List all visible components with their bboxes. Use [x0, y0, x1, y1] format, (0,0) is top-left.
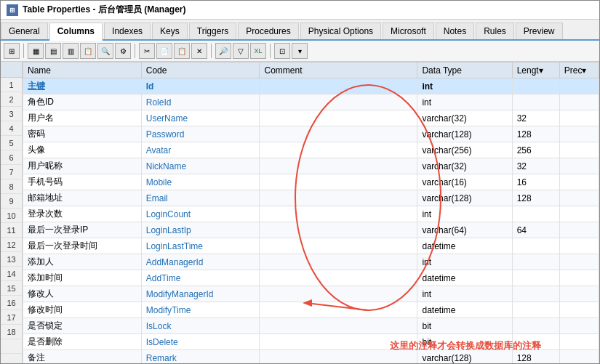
- cell-comment[interactable]: [260, 78, 417, 94]
- tab-preview[interactable]: Preview: [516, 23, 563, 39]
- toolbar-btn-search[interactable]: 🔎: [215, 43, 231, 59]
- toolbar-btn-1[interactable]: ⊞: [4, 43, 20, 59]
- cell-code[interactable]: Mobile: [141, 174, 260, 190]
- table-row[interactable]: 最后一次登录时间 LoginLastTime datetime: [23, 238, 599, 254]
- cell-name[interactable]: 修改人: [23, 286, 142, 302]
- cell-code[interactable]: Remark: [141, 350, 260, 364]
- table-row[interactable]: 密码 Password varchar(128) 128: [23, 126, 599, 142]
- cell-name[interactable]: 邮箱地址: [23, 190, 142, 206]
- table-row[interactable]: 修改人 ModifyManagerId int: [23, 286, 599, 302]
- cell-name[interactable]: 最后一次登录时间: [23, 238, 142, 254]
- cell-comment[interactable]: [260, 142, 417, 158]
- cell-code[interactable]: AddTime: [141, 270, 260, 286]
- toolbar-btn-7[interactable]: ⚙: [115, 43, 131, 59]
- cell-name[interactable]: 手机号码: [23, 174, 142, 190]
- cell-name[interactable]: 是否锁定: [23, 318, 142, 334]
- cell-code[interactable]: IsLock: [141, 318, 260, 334]
- cell-code[interactable]: LoginCount: [141, 206, 260, 222]
- cell-name[interactable]: 密码: [23, 126, 142, 142]
- cell-comment[interactable]: [260, 254, 417, 270]
- cell-name[interactable]: 添加时间: [23, 270, 142, 286]
- cell-code[interactable]: Avatar: [141, 142, 260, 158]
- cell-comment[interactable]: [260, 190, 417, 206]
- cell-name[interactable]: 主键: [23, 78, 142, 94]
- row-num-10: 10: [1, 209, 22, 223]
- tab-procedures[interactable]: Procedures: [238, 23, 298, 39]
- cell-code[interactable]: LoginLastIp: [141, 222, 260, 238]
- table-row[interactable]: 手机号码 Mobile varchar(16) 16: [23, 174, 599, 190]
- cell-comment[interactable]: [260, 206, 417, 222]
- toolbar-btn-copy[interactable]: 📄: [156, 43, 172, 59]
- cell-name[interactable]: 是否删除: [23, 334, 142, 350]
- cell-comment[interactable]: [260, 302, 417, 318]
- data-table: Name Code Comment Data Type Lengt▾ Prec▾…: [23, 62, 599, 363]
- cell-name[interactable]: 头像: [23, 142, 142, 158]
- toolbar-btn-more[interactable]: ▾: [292, 43, 308, 59]
- cell-code[interactable]: Id: [141, 78, 260, 94]
- table-row[interactable]: 邮箱地址 Email varchar(128) 128: [23, 190, 599, 206]
- table-row[interactable]: 最后一次登录IP LoginLastIp varchar(64) 64: [23, 222, 599, 238]
- tab-general[interactable]: General: [1, 23, 48, 39]
- cell-name[interactable]: 备注: [23, 350, 142, 364]
- table-row[interactable]: 头像 Avatar varchar(256) 256: [23, 142, 599, 158]
- cell-comment[interactable]: [260, 318, 417, 334]
- cell-comment[interactable]: [260, 222, 417, 238]
- cell-code[interactable]: Email: [141, 190, 260, 206]
- toolbar-btn-4[interactable]: ▥: [63, 43, 79, 59]
- cell-code[interactable]: RoleId: [141, 94, 260, 110]
- cell-comment[interactable]: [260, 158, 417, 174]
- cell-name[interactable]: 修改时间: [23, 302, 142, 318]
- separator-2: [135, 44, 135, 58]
- table-row[interactable]: 角色ID RoleId int: [23, 94, 599, 110]
- toolbar-btn-grid[interactable]: ⊡: [274, 43, 290, 59]
- cell-name[interactable]: 最后一次登录IP: [23, 222, 142, 238]
- cell-code[interactable]: AddManagerId: [141, 254, 260, 270]
- cell-name[interactable]: 用户昵称: [23, 158, 142, 174]
- toolbar-btn-delete[interactable]: ✕: [191, 43, 207, 59]
- toolbar-btn-2[interactable]: ▦: [28, 43, 44, 59]
- cell-comment[interactable]: [260, 110, 417, 126]
- toolbar-btn-filter[interactable]: ▽: [233, 43, 249, 59]
- tab-rules[interactable]: Rules: [476, 23, 514, 39]
- cell-code[interactable]: Password: [141, 126, 260, 142]
- cell-name[interactable]: 登录次数: [23, 206, 142, 222]
- cell-code[interactable]: ModifyManagerId: [141, 286, 260, 302]
- cell-comment[interactable]: [260, 238, 417, 254]
- table-row[interactable]: 用户名 UserName varchar(32) 32: [23, 110, 599, 126]
- toolbar-btn-5[interactable]: 📋: [80, 43, 96, 59]
- cell-comment[interactable]: [260, 126, 417, 142]
- table-row[interactable]: 修改时间 ModifyTime datetime: [23, 302, 599, 318]
- toolbar-btn-6[interactable]: 🔍: [97, 43, 113, 59]
- table-row[interactable]: 登录次数 LoginCount int: [23, 206, 599, 222]
- cell-code[interactable]: ModifyTime: [141, 302, 260, 318]
- toolbar-btn-excel[interactable]: XL: [250, 43, 266, 59]
- toolbar-btn-cut[interactable]: ✂: [139, 43, 155, 59]
- cell-comment[interactable]: [260, 94, 417, 110]
- toolbar-btn-paste[interactable]: 📋: [174, 43, 190, 59]
- table-row[interactable]: 主键 Id int: [23, 78, 599, 94]
- tab-triggers[interactable]: Triggers: [189, 23, 237, 39]
- tab-keys[interactable]: Keys: [152, 23, 188, 39]
- cell-name[interactable]: 添加人: [23, 254, 142, 270]
- tab-notes[interactable]: Notes: [436, 23, 474, 39]
- cell-name[interactable]: 用户名: [23, 110, 142, 126]
- tab-indexes[interactable]: Indexes: [104, 23, 151, 39]
- cell-code[interactable]: LoginLastTime: [141, 238, 260, 254]
- toolbar-btn-3[interactable]: ▤: [45, 43, 61, 59]
- cell-code[interactable]: NickName: [141, 158, 260, 174]
- tab-physical-options[interactable]: Physical Options: [300, 23, 381, 39]
- row-num-1: 1: [1, 78, 22, 92]
- cell-comment[interactable]: [260, 270, 417, 286]
- cell-code[interactable]: IsDelete: [141, 334, 260, 350]
- table-row[interactable]: 添加人 AddManagerId int: [23, 254, 599, 270]
- table-row[interactable]: 是否锁定 IsLock bit: [23, 318, 599, 334]
- tab-microsoft[interactable]: Microsoft: [383, 23, 434, 39]
- table-row[interactable]: 添加时间 AddTime datetime: [23, 270, 599, 286]
- cell-comment[interactable]: [260, 286, 417, 302]
- cell-code[interactable]: UserName: [141, 110, 260, 126]
- tab-columns[interactable]: Columns: [49, 23, 103, 41]
- table-row[interactable]: 用户昵称 NickName varchar(32) 32: [23, 158, 599, 174]
- cell-name[interactable]: 角色ID: [23, 94, 142, 110]
- cell-comment[interactable]: [260, 174, 417, 190]
- col-header-length: Lengt▾: [512, 62, 559, 78]
